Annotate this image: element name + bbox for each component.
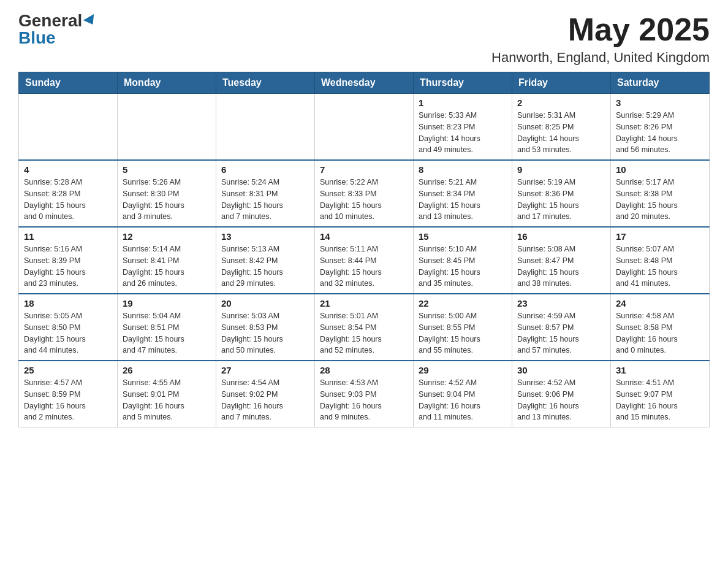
calendar-day-cell: 27Sunrise: 4:54 AM Sunset: 9:02 PM Dayli… [216, 361, 315, 427]
logo: General Blue [18, 12, 97, 47]
day-number: 14 [320, 231, 408, 242]
day-info: Sunrise: 4:53 AM Sunset: 9:03 PM Dayligh… [320, 377, 408, 423]
day-info: Sunrise: 5:13 AM Sunset: 8:42 PM Dayligh… [221, 243, 309, 289]
day-number: 27 [221, 365, 309, 375]
calendar-day-cell: 16Sunrise: 5:08 AM Sunset: 8:47 PM Dayli… [512, 227, 611, 294]
calendar-day-cell: 24Sunrise: 4:58 AM Sunset: 8:58 PM Dayli… [611, 294, 710, 361]
calendar-day-cell: 13Sunrise: 5:13 AM Sunset: 8:42 PM Dayli… [216, 227, 315, 294]
calendar-week-row: 11Sunrise: 5:16 AM Sunset: 8:39 PM Dayli… [19, 227, 710, 294]
day-number: 24 [616, 298, 704, 308]
day-info: Sunrise: 5:05 AM Sunset: 8:50 PM Dayligh… [24, 310, 112, 356]
calendar-day-cell: 5Sunrise: 5:26 AM Sunset: 8:30 PM Daylig… [118, 160, 216, 227]
calendar-day-cell: 28Sunrise: 4:53 AM Sunset: 9:03 PM Dayli… [315, 361, 414, 427]
calendar-day-cell: 19Sunrise: 5:04 AM Sunset: 8:51 PM Dayli… [118, 294, 216, 361]
calendar-day-cell: 14Sunrise: 5:11 AM Sunset: 8:44 PM Dayli… [315, 227, 414, 294]
day-number: 16 [517, 231, 605, 242]
calendar-day-cell: 25Sunrise: 4:57 AM Sunset: 8:59 PM Dayli… [19, 361, 118, 427]
day-number: 31 [616, 365, 704, 375]
day-info: Sunrise: 4:57 AM Sunset: 8:59 PM Dayligh… [24, 377, 112, 423]
day-number: 15 [419, 231, 507, 242]
calendar-day-cell: 9Sunrise: 5:19 AM Sunset: 8:36 PM Daylig… [512, 160, 611, 227]
calendar-header-monday: Monday [118, 72, 216, 94]
day-number: 6 [221, 164, 309, 175]
day-info: Sunrise: 5:16 AM Sunset: 8:39 PM Dayligh… [24, 243, 112, 289]
day-info: Sunrise: 5:24 AM Sunset: 8:31 PM Dayligh… [221, 177, 309, 223]
day-number: 20 [221, 298, 309, 308]
day-info: Sunrise: 4:52 AM Sunset: 9:04 PM Dayligh… [419, 377, 507, 423]
calendar-header-saturday: Saturday [611, 72, 710, 94]
calendar-day-cell: 29Sunrise: 4:52 AM Sunset: 9:04 PM Dayli… [414, 361, 512, 427]
day-number: 1 [419, 98, 507, 108]
calendar-day-cell: 21Sunrise: 5:01 AM Sunset: 8:54 PM Dayli… [315, 294, 414, 361]
calendar-day-cell: 7Sunrise: 5:22 AM Sunset: 8:33 PM Daylig… [315, 160, 414, 227]
calendar-day-cell: 20Sunrise: 5:03 AM Sunset: 8:53 PM Dayli… [216, 294, 315, 361]
calendar-day-cell: 4Sunrise: 5:28 AM Sunset: 8:28 PM Daylig… [19, 160, 118, 227]
calendar-header-friday: Friday [512, 72, 611, 94]
day-info: Sunrise: 5:17 AM Sunset: 8:38 PM Dayligh… [616, 177, 704, 223]
calendar-day-cell: 26Sunrise: 4:55 AM Sunset: 9:01 PM Dayli… [118, 361, 216, 427]
day-info: Sunrise: 5:21 AM Sunset: 8:34 PM Dayligh… [419, 177, 507, 223]
day-info: Sunrise: 5:10 AM Sunset: 8:45 PM Dayligh… [419, 243, 507, 289]
day-number: 21 [320, 298, 408, 308]
title-block: May 2025 Hanworth, England, United Kingd… [491, 12, 710, 66]
day-number: 7 [320, 164, 408, 175]
day-info: Sunrise: 4:59 AM Sunset: 8:57 PM Dayligh… [517, 310, 605, 356]
calendar-day-cell: 22Sunrise: 5:00 AM Sunset: 8:55 PM Dayli… [414, 294, 512, 361]
day-info: Sunrise: 4:51 AM Sunset: 9:07 PM Dayligh… [616, 377, 704, 423]
page-header: General Blue May 2025 Hanworth, England,… [18, 12, 710, 66]
calendar-week-row: 4Sunrise: 5:28 AM Sunset: 8:28 PM Daylig… [19, 160, 710, 227]
calendar-day-cell [216, 94, 315, 161]
calendar-table: SundayMondayTuesdayWednesdayThursdayFrid… [18, 72, 710, 427]
day-number: 30 [517, 365, 605, 375]
day-number: 18 [24, 298, 112, 308]
day-number: 9 [517, 164, 605, 175]
day-info: Sunrise: 5:29 AM Sunset: 8:26 PM Dayligh… [616, 110, 704, 156]
day-info: Sunrise: 4:52 AM Sunset: 9:06 PM Dayligh… [517, 377, 605, 423]
logo-general-text: General [18, 12, 82, 29]
day-info: Sunrise: 5:26 AM Sunset: 8:30 PM Dayligh… [123, 177, 211, 223]
day-number: 12 [123, 231, 211, 242]
day-info: Sunrise: 5:01 AM Sunset: 8:54 PM Dayligh… [320, 310, 408, 356]
calendar-day-cell [19, 94, 118, 161]
calendar-header-wednesday: Wednesday [315, 72, 414, 94]
calendar-week-row: 25Sunrise: 4:57 AM Sunset: 8:59 PM Dayli… [19, 361, 710, 427]
day-number: 19 [123, 298, 211, 308]
calendar-week-row: 18Sunrise: 5:05 AM Sunset: 8:50 PM Dayli… [19, 294, 710, 361]
day-info: Sunrise: 5:00 AM Sunset: 8:55 PM Dayligh… [419, 310, 507, 356]
day-number: 3 [616, 98, 704, 108]
calendar-day-cell: 18Sunrise: 5:05 AM Sunset: 8:50 PM Dayli… [19, 294, 118, 361]
day-info: Sunrise: 5:33 AM Sunset: 8:23 PM Dayligh… [419, 110, 507, 156]
calendar-day-cell: 2Sunrise: 5:31 AM Sunset: 8:25 PM Daylig… [512, 94, 611, 161]
calendar-day-cell: 30Sunrise: 4:52 AM Sunset: 9:06 PM Dayli… [512, 361, 611, 427]
day-number: 22 [419, 298, 507, 308]
day-number: 4 [24, 164, 112, 175]
month-year-title: May 2025 [491, 12, 710, 47]
day-number: 11 [24, 231, 112, 242]
day-info: Sunrise: 5:31 AM Sunset: 8:25 PM Dayligh… [517, 110, 605, 156]
day-number: 23 [517, 298, 605, 308]
day-info: Sunrise: 5:08 AM Sunset: 8:47 PM Dayligh… [517, 243, 605, 289]
calendar-day-cell: 17Sunrise: 5:07 AM Sunset: 8:48 PM Dayli… [611, 227, 710, 294]
day-number: 8 [419, 164, 507, 175]
calendar-day-cell: 11Sunrise: 5:16 AM Sunset: 8:39 PM Dayli… [19, 227, 118, 294]
calendar-week-row: 1Sunrise: 5:33 AM Sunset: 8:23 PM Daylig… [19, 94, 710, 161]
day-number: 13 [221, 231, 309, 242]
calendar-day-cell [118, 94, 216, 161]
day-number: 17 [616, 231, 704, 242]
calendar-header-sunday: Sunday [19, 72, 118, 94]
day-info: Sunrise: 5:04 AM Sunset: 8:51 PM Dayligh… [123, 310, 211, 356]
day-number: 29 [419, 365, 507, 375]
calendar-day-cell: 8Sunrise: 5:21 AM Sunset: 8:34 PM Daylig… [414, 160, 512, 227]
day-info: Sunrise: 5:19 AM Sunset: 8:36 PM Dayligh… [517, 177, 605, 223]
calendar-header-tuesday: Tuesday [216, 72, 315, 94]
logo-triangle-icon [83, 14, 98, 28]
calendar-day-cell: 31Sunrise: 4:51 AM Sunset: 9:07 PM Dayli… [611, 361, 710, 427]
calendar-day-cell: 1Sunrise: 5:33 AM Sunset: 8:23 PM Daylig… [414, 94, 512, 161]
day-info: Sunrise: 5:03 AM Sunset: 8:53 PM Dayligh… [221, 310, 309, 356]
day-number: 26 [123, 365, 211, 375]
day-info: Sunrise: 5:28 AM Sunset: 8:28 PM Dayligh… [24, 177, 112, 223]
day-info: Sunrise: 4:55 AM Sunset: 9:01 PM Dayligh… [123, 377, 211, 423]
day-info: Sunrise: 5:11 AM Sunset: 8:44 PM Dayligh… [320, 243, 408, 289]
calendar-day-cell: 15Sunrise: 5:10 AM Sunset: 8:45 PM Dayli… [414, 227, 512, 294]
calendar-day-cell [315, 94, 414, 161]
